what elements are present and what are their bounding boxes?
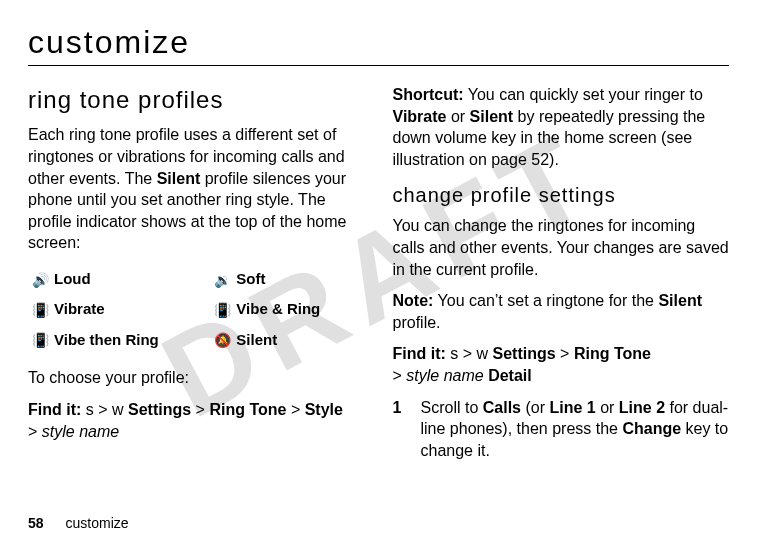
nav-ringtone: Ring Tone	[209, 401, 286, 418]
nav-style: Style	[305, 401, 343, 418]
settings-icon: w	[477, 345, 489, 362]
page-footer: 58customize	[28, 515, 129, 531]
profile-cell-vibe-and-ring: 📳Vibe & Ring	[210, 294, 364, 324]
find-it-left: Find it: s > w Settings > Ring Tone > St…	[28, 399, 365, 442]
profile-cell-soft: 🔉Soft	[210, 264, 364, 294]
nav-style-name: style name	[406, 367, 483, 384]
step1-change: Change	[622, 420, 681, 437]
left-column: ring tone profiles Each ring tone profil…	[28, 84, 365, 461]
find-it-label: Find it:	[28, 401, 81, 418]
shortcut-silent: Silent	[470, 108, 514, 125]
step-1: 1 Scroll to Calls (or Line 1 or Line 2 f…	[393, 397, 730, 462]
nav-settings: Settings	[493, 345, 556, 362]
nav-sep: >	[560, 345, 569, 362]
right-column: Shortcut: You can quickly set your ringe…	[393, 84, 730, 461]
nav-key-icon: s	[86, 401, 94, 418]
choose-profile-text: To choose your profile:	[28, 367, 365, 389]
shortcut-label: Shortcut:	[393, 86, 464, 103]
note-silent: Silent	[658, 292, 702, 309]
step-number: 1	[393, 397, 407, 462]
step1-b: (or	[521, 399, 549, 416]
step1-line2: Line 2	[619, 399, 665, 416]
profile-cell-loud: 🔊Loud	[28, 264, 210, 294]
profile-label: Vibrate	[54, 300, 105, 317]
two-column-layout: ring tone profiles Each ring tone profil…	[28, 84, 729, 461]
shortcut-or: or	[446, 108, 469, 125]
profile-cell-vibrate: 📳Vibrate	[28, 294, 210, 324]
nav-key-icon: s	[450, 345, 458, 362]
subsection-change-profile-settings: change profile settings	[393, 182, 730, 209]
table-row: 🔊Loud 🔉Soft	[28, 264, 365, 294]
profile-label: Vibe then Ring	[54, 331, 159, 348]
shortcut-text-1: You can quickly set your ringer to	[464, 86, 703, 103]
nav-sep: >	[291, 401, 300, 418]
find-it-right: Find it: s > w Settings > Ring Tone > st…	[393, 343, 730, 386]
step1-a: Scroll to	[421, 399, 483, 416]
note-text-1: You can’t set a ringtone for the	[433, 292, 658, 309]
step1-line1: Line 1	[549, 399, 595, 416]
profile-label: Soft	[236, 270, 265, 287]
nav-settings: Settings	[128, 401, 191, 418]
profile-indicator-table: 🔊Loud 🔉Soft 📳Vibrate 📳Vibe & Ring	[28, 264, 365, 355]
nav-sep: >	[196, 401, 205, 418]
nav-style-name: style name	[42, 423, 119, 440]
intro-silent-word: Silent	[157, 170, 201, 187]
note-label: Note:	[393, 292, 434, 309]
intro-paragraph: Each ring tone profile uses a different …	[28, 124, 365, 254]
vibe-ring-icon: 📳	[214, 301, 232, 320]
title-rule	[28, 65, 729, 66]
vibrate-icon: 📳	[32, 301, 50, 320]
step1-c: or	[596, 399, 619, 416]
shortcut-paragraph: Shortcut: You can quickly set your ringe…	[393, 84, 730, 170]
profile-label: Silent	[236, 331, 277, 348]
table-row: 📳Vibe then Ring 🔕Silent	[28, 325, 365, 355]
section-ring-tone-profiles: ring tone profiles	[28, 84, 365, 116]
nav-detail: Detail	[488, 367, 532, 384]
silent-icon: 🔕	[214, 331, 232, 350]
nav-ringtone: Ring Tone	[574, 345, 651, 362]
change-settings-text: You can change the ringtones for incomin…	[393, 215, 730, 280]
profile-label: Loud	[54, 270, 91, 287]
profile-cell-silent: 🔕Silent	[210, 325, 364, 355]
step-text: Scroll to Calls (or Line 1 or Line 2 for…	[421, 397, 730, 462]
profile-label: Vibe & Ring	[236, 300, 320, 317]
page-number: 58	[28, 515, 44, 531]
soft-icon: 🔉	[214, 271, 232, 290]
find-it-label: Find it:	[393, 345, 446, 362]
nav-sep: >	[463, 345, 472, 362]
footer-section: customize	[66, 515, 129, 531]
step1-calls: Calls	[483, 399, 521, 416]
table-row: 📳Vibrate 📳Vibe & Ring	[28, 294, 365, 324]
settings-icon: w	[112, 401, 124, 418]
nav-sep: >	[98, 401, 107, 418]
nav-sep: >	[393, 367, 402, 384]
note-paragraph: Note: You can’t set a ringtone for the S…	[393, 290, 730, 333]
loud-icon: 🔊	[32, 271, 50, 290]
shortcut-vibrate: Vibrate	[393, 108, 447, 125]
nav-sep: >	[28, 423, 37, 440]
page-title: customize	[28, 24, 729, 61]
note-text-2: profile.	[393, 314, 441, 331]
vibe-then-ring-icon: 📳	[32, 331, 50, 350]
profile-cell-vibe-then-ring: 📳Vibe then Ring	[28, 325, 210, 355]
page-content: customize ring tone profiles Each ring t…	[28, 24, 729, 461]
